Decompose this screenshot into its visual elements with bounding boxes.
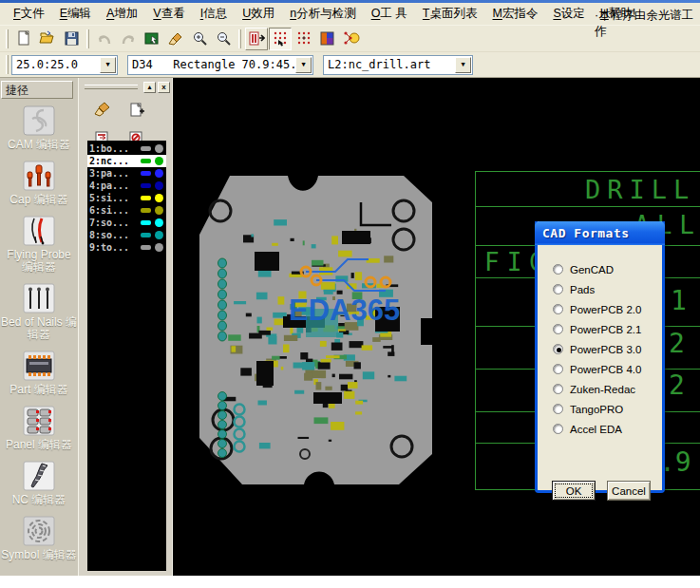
cad-format-option[interactable]: Accel EDA bbox=[553, 419, 662, 439]
sidebar-item-symbol-editor[interactable]: Symbol 编辑器 bbox=[0, 515, 78, 561]
layer-line-swatch[interactable] bbox=[141, 245, 151, 250]
undo-icon bbox=[96, 31, 113, 47]
menu-item[interactable]: I信息 bbox=[193, 4, 235, 24]
layer-line-swatch[interactable] bbox=[141, 208, 151, 213]
chevron-down-icon[interactable]: ▼ bbox=[295, 57, 312, 73]
radio-icon[interactable] bbox=[553, 344, 563, 354]
sidebar-item-cam-editor[interactable]: CAM 编辑器 bbox=[0, 104, 78, 151]
menu-item[interactable]: A增加 bbox=[99, 4, 145, 24]
layer-line-swatch[interactable] bbox=[141, 171, 151, 176]
menu-item[interactable]: S设定 bbox=[545, 4, 592, 24]
menu-item[interactable]: T桌面列表 bbox=[415, 4, 485, 24]
layer-row[interactable]: 4:pa... bbox=[87, 180, 166, 192]
highlight-net-button[interactable] bbox=[340, 28, 363, 50]
collapse-icon[interactable]: ▴ bbox=[143, 82, 156, 93]
radio-icon[interactable] bbox=[553, 284, 563, 294]
cad-format-option[interactable]: Zuken-Redac bbox=[553, 379, 662, 399]
radio-icon[interactable] bbox=[553, 304, 563, 314]
sidebar-item-nc-editor[interactable]: NC 编辑器 bbox=[0, 460, 78, 506]
menu-item[interactable]: U效用 bbox=[235, 4, 282, 24]
cancel-button[interactable]: Cancel bbox=[607, 481, 651, 501]
clean-button[interactable] bbox=[164, 28, 187, 50]
layer-line-swatch[interactable] bbox=[141, 233, 151, 237]
layer-pad-swatch[interactable] bbox=[155, 157, 163, 165]
toolbar-grip[interactable] bbox=[6, 55, 9, 74]
grid-snap-button[interactable] bbox=[269, 28, 292, 50]
radio-icon[interactable] bbox=[553, 424, 563, 434]
layer-line-swatch[interactable] bbox=[141, 183, 151, 188]
open-icon bbox=[39, 30, 56, 47]
sidebar-item-bed-of-nails-editor[interactable]: Bed of Nails 编辑器 bbox=[0, 282, 78, 341]
layer-line-swatch[interactable] bbox=[141, 159, 151, 163]
layer-row[interactable]: 5:si... bbox=[87, 192, 166, 204]
radio-icon[interactable] bbox=[553, 404, 563, 414]
drag-handle[interactable] bbox=[85, 85, 138, 89]
ok-button[interactable]: OK bbox=[552, 481, 596, 501]
cad-format-option[interactable]: PowerPCB 2.1 bbox=[553, 319, 662, 339]
add-layer-button[interactable] bbox=[126, 100, 147, 119]
board-outline-button[interactable] bbox=[245, 28, 268, 50]
menu-item[interactable]: O工 具 bbox=[364, 4, 415, 24]
chevron-down-icon[interactable]: ▼ bbox=[455, 57, 471, 73]
cad-format-option[interactable]: GenCAD bbox=[553, 259, 662, 279]
cad-format-option[interactable]: PowerPCB 2.0 bbox=[553, 299, 662, 319]
open-button[interactable] bbox=[36, 28, 59, 50]
redraw-button[interactable] bbox=[141, 28, 163, 50]
pcb-board[interactable]: EDA365 bbox=[199, 176, 432, 484]
layer-line-swatch[interactable] bbox=[141, 146, 151, 151]
layer-pad-swatch[interactable] bbox=[155, 144, 163, 153]
cad-format-option[interactable]: PowerPCB 4.0 bbox=[553, 359, 662, 379]
menu-item[interactable]: F文件 bbox=[6, 4, 52, 24]
menu-item[interactable]: M宏指令 bbox=[485, 4, 546, 24]
new-button[interactable] bbox=[12, 28, 35, 50]
toolbar-separator bbox=[238, 29, 241, 48]
chevron-down-icon[interactable]: ▼ bbox=[100, 57, 116, 73]
layer-pad-swatch[interactable] bbox=[155, 218, 163, 227]
zoom-in-button[interactable] bbox=[188, 28, 211, 50]
layer-pad-swatch[interactable] bbox=[155, 181, 163, 190]
layer-colors-button[interactable] bbox=[316, 28, 339, 50]
close-icon[interactable]: x bbox=[158, 82, 170, 93]
clean-layers-button[interactable] bbox=[92, 100, 113, 119]
toolbar-grip[interactable] bbox=[6, 29, 9, 48]
menu-item[interactable]: E编辑 bbox=[52, 4, 99, 24]
sidebar-item-part-editor[interactable]: Part 编辑器 bbox=[0, 350, 78, 396]
layer-row[interactable]: 8:so... bbox=[87, 229, 166, 241]
radio-icon[interactable] bbox=[553, 384, 563, 394]
layer-row[interactable]: 9:to... bbox=[87, 241, 166, 254]
save-button[interactable] bbox=[60, 28, 83, 50]
layer-row[interactable]: 3:pa... bbox=[87, 167, 166, 180]
layer-pad-swatch[interactable] bbox=[155, 169, 163, 178]
layer-line-swatch[interactable] bbox=[141, 220, 151, 225]
redo-button[interactable] bbox=[117, 28, 140, 50]
layer-line-swatch[interactable] bbox=[141, 196, 151, 200]
cad-format-option[interactable]: Pads bbox=[553, 279, 662, 299]
layer-row[interactable]: 6:si... bbox=[87, 204, 166, 217]
cad-format-option[interactable]: TangoPRO bbox=[553, 399, 662, 419]
undo-button[interactable] bbox=[93, 28, 116, 50]
grid-size-dropdown[interactable]: 25.0:25.0 ▼ bbox=[11, 55, 118, 75]
layer-row[interactable]: 7:so... bbox=[87, 217, 166, 229]
sidebar-item-flying-probe-editor[interactable]: Flying Probe 编辑器 bbox=[0, 215, 78, 274]
layers-panel-titlebar[interactable]: ▴ x bbox=[81, 80, 170, 94]
cad-format-option[interactable]: PowerPCB 3.0 bbox=[553, 339, 662, 359]
active-layer-dropdown[interactable]: L2:nc_drill.art ▼ bbox=[323, 55, 473, 75]
layer-pad-swatch[interactable] bbox=[155, 243, 163, 252]
layer-row[interactable]: 2:nc... bbox=[87, 155, 166, 167]
radio-icon[interactable] bbox=[553, 364, 563, 374]
dialog-titlebar[interactable]: CAD Formats bbox=[535, 221, 665, 245]
radio-icon[interactable] bbox=[553, 324, 563, 334]
sidebar-item-panel-editor[interactable]: Panel 编辑器 bbox=[0, 405, 78, 451]
layer-pad-swatch[interactable] bbox=[155, 194, 163, 202]
dcode-dropdown[interactable]: D34 Rectangle 70.9:45.3 ▼ bbox=[127, 55, 313, 75]
layer-pad-swatch[interactable] bbox=[155, 206, 163, 215]
layer-row[interactable]: 1:bo... bbox=[87, 142, 166, 155]
menu-item[interactable]: V查看 bbox=[145, 4, 192, 24]
zoom-out-button[interactable] bbox=[212, 28, 235, 50]
grid-points-button[interactable] bbox=[293, 28, 315, 50]
radio-icon[interactable] bbox=[553, 264, 563, 275]
sidebar-item-cap-editor[interactable]: Cap 编辑器 bbox=[0, 160, 78, 206]
layer-pad-swatch[interactable] bbox=[155, 231, 163, 239]
cad-format-options: GenCAD Pads PowerPCB 2.0 PowerPC bbox=[538, 259, 662, 439]
menu-item[interactable]: n分析与检测 bbox=[282, 4, 363, 24]
